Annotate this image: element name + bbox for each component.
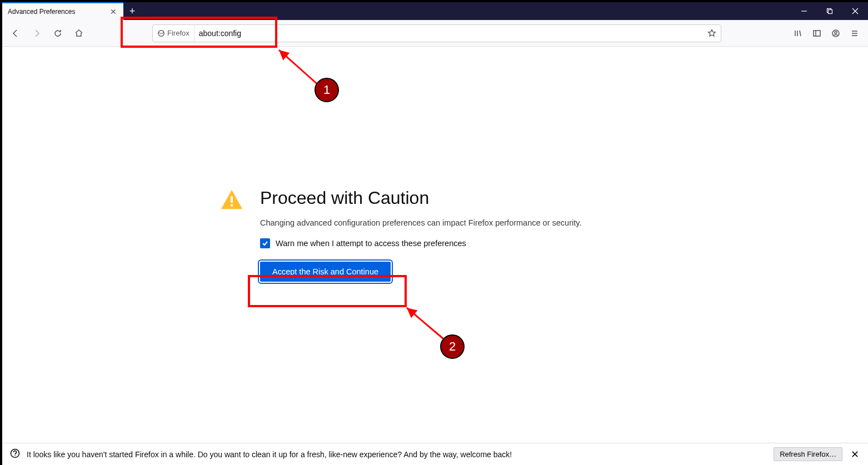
- nav-forward-button[interactable]: [28, 24, 46, 42]
- accept-risk-button[interactable]: Accept the Risk and Continue: [260, 262, 391, 282]
- tab-title: Advanced Preferences: [8, 8, 109, 16]
- annotation-arrow-2: [402, 306, 458, 350]
- refresh-firefox-button[interactable]: Refresh Firefox…: [774, 447, 842, 461]
- svg-point-21: [14, 455, 16, 456]
- svg-rect-9: [814, 31, 820, 36]
- svg-line-19: [407, 308, 447, 342]
- annotation-callout-2: 2: [440, 334, 465, 359]
- window-maximize-button[interactable]: [817, 2, 842, 20]
- check-icon: [262, 240, 268, 247]
- url-identity-label: Firefox: [167, 29, 189, 37]
- nav-back-button[interactable]: [7, 24, 24, 42]
- svg-point-12: [835, 31, 837, 33]
- page-content: Proceed with Caution Changing advanced c…: [2, 47, 868, 443]
- notification-bar: It looks like you haven't started Firefo…: [2, 443, 868, 465]
- app-menu-icon[interactable]: [846, 24, 864, 42]
- url-identity-box[interactable]: Firefox: [153, 25, 194, 42]
- browser-tab[interactable]: Advanced Preferences ✕: [2, 2, 123, 20]
- warn-checkbox[interactable]: [260, 238, 270, 248]
- tab-strip: Advanced Preferences ✕ +: [2, 2, 868, 20]
- window-controls: [791, 2, 868, 20]
- sidebar-icon[interactable]: [808, 24, 826, 42]
- help-icon: [10, 448, 20, 460]
- library-icon[interactable]: [789, 24, 807, 42]
- svg-rect-16: [231, 196, 233, 203]
- account-icon[interactable]: [827, 24, 845, 42]
- firefox-icon: [157, 29, 165, 37]
- toolbar-right-icons: [789, 24, 864, 42]
- tab-close-icon[interactable]: ✕: [109, 7, 118, 16]
- nav-home-button[interactable]: [70, 24, 88, 42]
- caution-description: Changing advanced configuration preferen…: [260, 218, 581, 227]
- svg-line-18: [279, 50, 319, 86]
- svg-line-8: [800, 31, 801, 36]
- svg-rect-17: [231, 204, 233, 207]
- caution-heading: Proceed with Caution: [260, 188, 581, 208]
- address-bar[interactable]: Firefox: [152, 24, 721, 42]
- warning-icon: [219, 188, 245, 216]
- warn-checkbox-row: Warn me when I attempt to access these p…: [260, 238, 581, 248]
- svg-rect-2: [829, 10, 832, 14]
- nav-toolbar: Firefox: [2, 20, 868, 47]
- nav-reload-button[interactable]: [49, 24, 67, 42]
- annotation-arrow-1: [275, 47, 336, 97]
- notification-message: It looks like you haven't started Firefo…: [27, 450, 767, 459]
- window-minimize-button[interactable]: [791, 2, 817, 20]
- url-input[interactable]: [194, 29, 703, 38]
- window-close-button[interactable]: [842, 2, 868, 20]
- annotation-callout-1: 1: [315, 78, 339, 102]
- bookmark-star-icon[interactable]: [703, 29, 721, 38]
- caution-panel: Proceed with Caution Changing advanced c…: [219, 188, 608, 282]
- warn-checkbox-label: Warn me when I attempt to access these p…: [276, 239, 466, 248]
- notification-close-icon[interactable]: ✕: [849, 448, 860, 461]
- new-tab-button[interactable]: +: [123, 2, 141, 20]
